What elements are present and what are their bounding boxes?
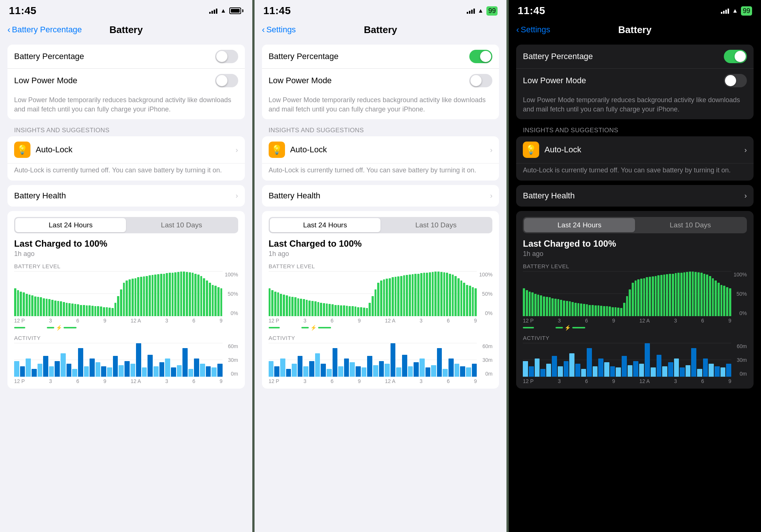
signal-icon-1 <box>209 8 217 14</box>
battery-health-chevron-2: › <box>490 191 493 200</box>
content-3: Battery Percentage Low Power Mode Low Po… <box>509 40 761 532</box>
tab-last24-1[interactable]: Last 24 Hours <box>15 218 126 232</box>
battery-time-labels-1: 12 P 3 6 9 12 A 3 6 9 <box>14 318 223 324</box>
battery-bars-3 <box>523 272 731 316</box>
signal-icon-2 <box>467 8 475 14</box>
battery-percentage-label-2: Battery Percentage <box>269 52 339 61</box>
tab-last10-3[interactable]: Last 10 Days <box>635 218 746 232</box>
insights-header-3: INSIGHTS AND SUGGESTIONS <box>509 124 761 136</box>
battery-icon-3: 99 <box>741 6 752 16</box>
battery-health-row-2[interactable]: Battery Health › <box>262 185 499 207</box>
status-bar-1: 11:45 ▲ <box>0 0 252 19</box>
activity-chart-3: 60m 30m 0m 12 P 3 6 9 12 A 3 6 9 <box>523 343 747 384</box>
back-button-2[interactable]: ‹ Settings <box>262 25 296 35</box>
battery-percentage-toggle-3[interactable] <box>724 50 747 63</box>
battery-icon-2: 99 <box>486 6 498 16</box>
battery-health-card-1[interactable]: Battery Health › <box>7 185 245 207</box>
insights-card-3: 💡 Auto-Lock › Auto-Lock is currently tur… <box>516 136 754 180</box>
low-power-toggle-2[interactable] <box>469 74 492 87</box>
battery-bars-2 <box>269 272 477 316</box>
last-charged-time-3: 1h ago <box>523 250 747 258</box>
back-button-1[interactable]: ‹ Battery Percentage <box>7 25 82 35</box>
chart-card-3: Last 24 Hours Last 10 Days Last Charged … <box>516 211 754 389</box>
battery-icon-1 <box>229 7 243 14</box>
toggle-knob-5 <box>735 51 746 62</box>
auto-lock-chevron-2: › <box>490 146 493 154</box>
low-power-toggle-1[interactable] <box>215 74 238 87</box>
status-bar-2: 11:45 ▲ 99 <box>255 0 507 19</box>
battery-percent-3: 99 <box>741 6 752 16</box>
auto-lock-desc-3: Auto-Lock is currently turned off. You c… <box>516 163 754 180</box>
back-arrow-3: ‹ <box>516 25 519 35</box>
battery-health-chevron-3: › <box>744 191 747 200</box>
activity-chart-labels-1: 60m 30m 0m <box>223 343 238 377</box>
tab-last24-2[interactable]: Last 24 Hours <box>270 218 380 232</box>
content-2: Battery Percentage Low Power Mode Low Po… <box>255 40 507 532</box>
activity-chart-1: 60m 30m 0m 12 P 3 6 9 12 A 3 6 9 <box>14 343 238 384</box>
low-power-label-2: Low Power Mode <box>269 76 332 85</box>
auto-lock-row-1[interactable]: 💡 Auto-Lock › <box>7 136 245 163</box>
tab-last10-2[interactable]: Last 10 Days <box>380 218 491 232</box>
insights-header-1: INSIGHTS AND SUGGESTIONS <box>0 124 252 136</box>
battery-health-label-1: Battery Health <box>14 191 66 201</box>
panel-light-on: 11:45 ▲ 99 ‹ Settings Battery Battery Pe… <box>255 0 507 532</box>
toggle-knob-6 <box>725 75 736 86</box>
battery-chart-3: 100% 50% 0% 12 P 3 6 9 12 A 3 6 9 <box>523 272 747 324</box>
status-icons-2: ▲ 99 <box>467 6 498 16</box>
battery-percentage-toggle-1[interactable] <box>215 50 238 63</box>
toggle-knob-1 <box>216 51 227 62</box>
activity-time-labels-2: 12 P 3 6 9 12 A 3 6 9 <box>269 378 477 384</box>
last-charged-time-1: 1h ago <box>14 250 238 258</box>
tabs-2: Last 24 Hours Last 10 Days <box>269 217 493 233</box>
tabs-1: Last 24 Hours Last 10 Days <box>14 217 238 233</box>
battery-health-card-3[interactable]: Battery Health › <box>516 185 754 207</box>
charging-lightning-2: ⚡ <box>310 325 317 331</box>
battery-health-row-3[interactable]: Battery Health › <box>516 185 754 207</box>
auto-lock-desc-1: Auto-Lock is currently turned off. You c… <box>7 163 245 180</box>
tab-last24-3[interactable]: Last 24 Hours <box>524 218 635 232</box>
charging-indicators-2: ⚡ <box>269 325 493 330</box>
low-power-toggle-3[interactable] <box>724 74 747 87</box>
auto-lock-row-2[interactable]: 💡 Auto-Lock › <box>262 136 499 163</box>
charging-indicators-1: ⚡ <box>14 325 238 330</box>
time-2: 11:45 <box>263 5 291 17</box>
auto-lock-chevron-1: › <box>236 146 238 154</box>
battery-level-label-2: BATTERY LEVEL <box>269 263 493 269</box>
activity-bars-3 <box>523 343 731 377</box>
activity-chart-labels-2: 60m 30m 0m <box>477 343 492 377</box>
low-power-desc-3: Low Power Mode temporarily reduces backg… <box>516 93 754 119</box>
auto-lock-label-3: Auto-Lock <box>544 145 739 155</box>
activity-time-labels-1: 12 P 3 6 9 12 A 3 6 9 <box>14 378 223 384</box>
back-label-3: Settings <box>521 25 550 35</box>
battery-chart-labels-2: 100% 50% 0% <box>477 272 492 316</box>
activity-time-labels-3: 12 P 3 6 9 12 A 3 6 9 <box>523 378 731 384</box>
tab-last10-1[interactable]: Last 10 Days <box>126 218 237 232</box>
act-0m-1: 0m <box>223 371 238 377</box>
signal-icon-3 <box>721 8 729 14</box>
tabs-3: Last 24 Hours Last 10 Days <box>523 217 747 233</box>
insights-card-2: 💡 Auto-Lock › Auto-Lock is currently tur… <box>262 136 499 180</box>
auto-lock-label-1: Auto-Lock <box>36 145 230 155</box>
settings-card-1: Battery Percentage Low Power Mode Low Po… <box>7 45 245 119</box>
pct-100-1: 100% <box>223 272 238 278</box>
content-1: Battery Percentage Low Power Mode Low Po… <box>0 40 252 532</box>
battery-percentage-toggle-2[interactable] <box>469 50 492 63</box>
nav-title-2: Battery <box>364 24 397 36</box>
low-power-label-3: Low Power Mode <box>523 76 586 85</box>
battery-percentage-label-3: Battery Percentage <box>523 52 593 61</box>
battery-health-row-1[interactable]: Battery Health › <box>7 185 245 207</box>
time-3: 11:45 <box>518 5 545 17</box>
last-charged-time-2: 1h ago <box>269 250 493 258</box>
battery-level-label-1: BATTERY LEVEL <box>14 263 238 269</box>
last-charged-3: Last Charged to 100% <box>523 239 747 249</box>
battery-chart-labels-3: 100% 50% 0% <box>732 272 747 316</box>
battery-level-label-3: BATTERY LEVEL <box>523 263 747 269</box>
battery-time-labels-3: 12 P 3 6 9 12 A 3 6 9 <box>523 318 731 324</box>
battery-chart-labels-1: 100% 50% 0% <box>223 272 238 316</box>
auto-lock-row-3[interactable]: 💡 Auto-Lock › <box>516 136 754 163</box>
toggle-knob-2 <box>216 75 227 86</box>
charging-indicators-3: ⚡ <box>523 325 747 330</box>
battery-health-card-2[interactable]: Battery Health › <box>262 185 499 207</box>
battery-percentage-row-2: Battery Percentage <box>262 45 499 68</box>
back-button-3[interactable]: ‹ Settings <box>516 25 550 35</box>
